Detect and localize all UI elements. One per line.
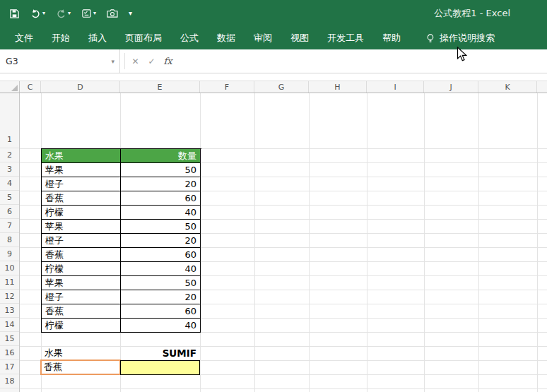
form-icon [81, 8, 92, 19]
cell-e3[interactable]: 50 [121, 163, 201, 177]
cell-e17-result[interactable] [120, 360, 200, 375]
insert-function-button[interactable]: fx [160, 56, 176, 66]
tab-page-layout[interactable]: 页面布局 [116, 27, 171, 49]
column-header-j[interactable]: J [424, 81, 478, 93]
tell-me-search[interactable]: 操作说明搜索 [420, 32, 500, 44]
cell-d5[interactable]: 香蕉 [42, 191, 121, 206]
row-header-12[interactable]: 12 [0, 290, 19, 304]
cell-e9[interactable]: 60 [121, 248, 201, 262]
tab-data[interactable]: 数据 [208, 27, 245, 49]
cell-e12[interactable]: 20 [121, 290, 201, 304]
tab-help[interactable]: 帮助 [373, 27, 410, 49]
cell-e11[interactable]: 50 [121, 276, 201, 290]
cancel-button[interactable]: ✕ [127, 57, 143, 66]
name-box-dropdown-icon[interactable]: ▾ [111, 58, 114, 65]
name-box[interactable]: G3 ▾ [0, 49, 120, 73]
table-row: 香蕉 60 [42, 191, 201, 206]
cell-e14[interactable]: 40 [121, 319, 201, 333]
camera-button[interactable] [105, 7, 120, 20]
sheet-body: 1 2 3 4 5 6 7 8 9 10 11 12 13 14 15 16 1… [0, 93, 547, 392]
form-button[interactable]: ▾ [79, 7, 98, 20]
chevron-down-icon: ▾ [68, 11, 71, 16]
undo-icon [30, 8, 41, 19]
tab-review[interactable]: 审阅 [245, 27, 281, 49]
column-header-c[interactable]: C [20, 81, 41, 93]
cell-d14[interactable]: 柠檬 [42, 319, 121, 333]
save-button[interactable] [7, 7, 22, 20]
enter-button[interactable]: ✓ [143, 57, 160, 66]
ribbon-sheet-gap [0, 73, 547, 81]
column-headers: C D E F G H I J K [0, 81, 547, 93]
excel-window: ▾ ▾ ▾ ▾ 公式教程1 - Excel 文件 开始 插入 页面布局 公式 数… [0, 0, 547, 392]
cell-d3[interactable]: 苹果 [42, 163, 121, 177]
select-all-corner[interactable] [0, 81, 20, 93]
cell-grid[interactable]: 水果 数量 苹果 50 橙子 20 香蕉 60 柠檬 40 [20, 93, 547, 392]
row-header-14[interactable]: 14 [0, 318, 19, 332]
row-header-18[interactable]: 18 [0, 374, 19, 388]
cell-e16[interactable]: SUMIF [120, 346, 200, 360]
row-header-11[interactable]: 11 [0, 275, 19, 290]
customize-quick-access-button[interactable]: ▾ [127, 9, 134, 18]
table-row: 橙子 20 [42, 177, 201, 191]
cell-d2[interactable]: 水果 [42, 149, 121, 163]
tab-view[interactable]: 视图 [281, 27, 318, 49]
cell-d11[interactable]: 苹果 [42, 276, 121, 290]
cell-d12[interactable]: 橙子 [42, 290, 121, 304]
tab-home[interactable]: 开始 [42, 27, 79, 49]
column-header-i[interactable]: I [367, 81, 424, 93]
row-header-13[interactable]: 13 [0, 304, 19, 318]
row-header-10[interactable]: 10 [0, 261, 19, 275]
column-header-e[interactable]: E [120, 81, 200, 93]
tab-insert[interactable]: 插入 [79, 27, 116, 49]
cell-d4[interactable]: 橙子 [42, 177, 121, 191]
gridline-vertical [309, 93, 310, 392]
column-header-g[interactable]: G [254, 81, 309, 93]
cell-d7[interactable]: 苹果 [42, 220, 121, 234]
column-header-h[interactable]: H [309, 81, 367, 93]
cell-e2[interactable]: 数量 [121, 149, 201, 163]
cell-e13[interactable]: 60 [121, 304, 201, 319]
row-header-9[interactable]: 9 [0, 247, 19, 261]
row-header-5[interactable]: 5 [0, 191, 19, 205]
column-header-k[interactable]: K [478, 81, 537, 93]
cell-d16[interactable]: 水果 [42, 346, 119, 360]
cell-e4[interactable]: 20 [121, 177, 201, 191]
row-header-3[interactable]: 3 [0, 162, 19, 177]
formula-bar: G3 ▾ ✕ ✓ fx [0, 49, 547, 73]
tab-file[interactable]: 文件 [6, 27, 42, 49]
cell-e8[interactable]: 20 [121, 234, 201, 248]
cell-e7[interactable]: 50 [121, 220, 201, 234]
redo-button[interactable]: ▾ [54, 7, 73, 20]
tab-formulas[interactable]: 公式 [171, 27, 208, 49]
gridline-vertical [254, 93, 255, 392]
cell-e10[interactable]: 40 [121, 262, 201, 276]
cell-d9[interactable]: 香蕉 [42, 248, 121, 262]
column-header-f[interactable]: F [200, 81, 254, 93]
row-header-1[interactable]: 1 [0, 93, 19, 148]
table-row: 苹果 50 [42, 276, 201, 290]
row-header-8[interactable]: 8 [0, 233, 19, 247]
row-header-6[interactable]: 6 [0, 205, 19, 219]
gridline-vertical [424, 93, 425, 392]
table-row: 香蕉 60 [42, 248, 201, 262]
row-header-15[interactable]: 15 [0, 332, 19, 346]
formula-input[interactable] [176, 49, 547, 73]
cell-d6[interactable]: 柠檬 [42, 206, 121, 220]
cell-e5[interactable]: 60 [121, 191, 201, 206]
row-header-4[interactable]: 4 [0, 177, 19, 191]
undo-button[interactable]: ▾ [28, 7, 47, 20]
cell-d10[interactable]: 柠檬 [42, 262, 121, 276]
cell-d8[interactable]: 橙子 [42, 234, 121, 248]
table-row: 香蕉 60 [42, 304, 201, 319]
row-header-7[interactable]: 7 [0, 219, 19, 233]
cell-d17-selected[interactable]: 香蕉 [40, 360, 121, 375]
table-row: 柠檬 40 [42, 206, 201, 220]
tab-developer[interactable]: 开发工具 [318, 27, 373, 49]
row-header-16[interactable]: 16 [0, 346, 19, 360]
row-header-17[interactable]: 17 [0, 360, 19, 374]
row-header-2[interactable]: 2 [0, 148, 19, 162]
cell-e6[interactable]: 40 [121, 206, 201, 220]
cell-d13[interactable]: 香蕉 [42, 304, 121, 319]
column-header-d[interactable]: D [41, 81, 120, 93]
ribbon-tab-strip: 文件 开始 插入 页面布局 公式 数据 审阅 视图 开发工具 帮助 操作说明搜索 [0, 27, 547, 49]
